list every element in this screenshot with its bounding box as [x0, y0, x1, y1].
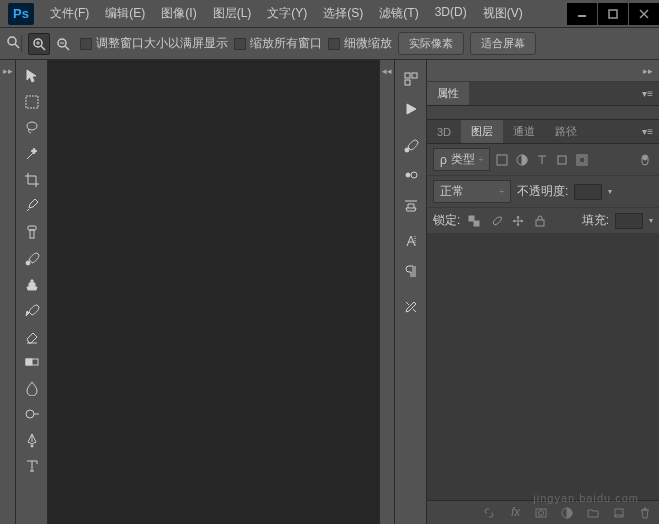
brush-presets-panel-icon[interactable]: [397, 161, 425, 189]
svg-rect-20: [26, 359, 32, 365]
gradient-tool[interactable]: [18, 350, 46, 374]
filter-type-icon[interactable]: [534, 152, 550, 168]
menu-layer[interactable]: 图层(L): [205, 1, 260, 26]
healing-brush-tool[interactable]: [18, 220, 46, 244]
menu-type[interactable]: 文字(Y): [259, 1, 315, 26]
magic-wand-tool[interactable]: [18, 142, 46, 166]
type-tool[interactable]: [18, 454, 46, 478]
brush-panel-icon[interactable]: [397, 131, 425, 159]
document-canvas[interactable]: [48, 60, 379, 524]
properties-panel-menu[interactable]: ▾≡: [642, 88, 653, 99]
tab-layers[interactable]: 图层: [461, 120, 503, 143]
move-tool[interactable]: [18, 64, 46, 88]
new-layer-icon[interactable]: [611, 505, 627, 521]
history-brush-tool[interactable]: [18, 298, 46, 322]
opacity-value-input[interactable]: [574, 184, 602, 200]
maximize-button[interactable]: [598, 3, 628, 25]
lock-transparency-icon[interactable]: [466, 213, 482, 229]
crop-tool[interactable]: [18, 168, 46, 192]
close-button[interactable]: [629, 3, 659, 25]
tab-properties[interactable]: 属性: [427, 82, 469, 105]
history-panel-icon[interactable]: [397, 65, 425, 93]
layer-list[interactable]: [427, 234, 659, 500]
filter-smart-icon[interactable]: [574, 152, 590, 168]
zoom-all-checkbox[interactable]: 缩放所有窗口: [234, 35, 322, 52]
filter-shape-icon[interactable]: [554, 152, 570, 168]
zoom-in-mode[interactable]: [28, 33, 50, 55]
fill-value-input[interactable]: [615, 213, 643, 229]
clone-source-panel-icon[interactable]: [397, 191, 425, 219]
tool-presets-panel-icon[interactable]: [397, 293, 425, 321]
actual-pixels-button[interactable]: 实际像素: [398, 32, 464, 55]
lock-all-icon[interactable]: [532, 213, 548, 229]
filter-adjustment-icon[interactable]: [514, 152, 530, 168]
layer-style-icon[interactable]: fx: [507, 505, 523, 521]
layer-group-icon[interactable]: [585, 505, 601, 521]
menu-view[interactable]: 视图(V): [475, 1, 531, 26]
svg-rect-1: [609, 10, 617, 18]
pen-tool[interactable]: [18, 428, 46, 452]
svg-point-30: [411, 172, 417, 178]
character-panel-icon[interactable]: [397, 227, 425, 255]
layers-tab-row: 3D 图层 通道 路径 ▾≡: [427, 120, 659, 144]
fill-slider-icon[interactable]: ▾: [649, 216, 653, 225]
layer-filter-kind-dropdown[interactable]: ρ 类型 ÷: [433, 148, 490, 171]
expand-iconcol-icon[interactable]: ◂◂: [380, 64, 394, 78]
adjustment-layer-icon[interactable]: [559, 505, 575, 521]
fill-label: 填充:: [582, 212, 609, 229]
watermark: jingyan.baidu.com: [533, 492, 639, 504]
clone-stamp-tool[interactable]: [18, 272, 46, 296]
delete-layer-icon[interactable]: [637, 505, 653, 521]
svg-point-21: [26, 410, 34, 418]
properties-panel-body: [427, 106, 659, 120]
filter-pixel-icon[interactable]: [494, 152, 510, 168]
menu-file[interactable]: 文件(F): [42, 1, 97, 26]
collapsed-panels-column: [395, 60, 427, 524]
svg-rect-16: [30, 230, 34, 238]
zoom-mode-group: [28, 33, 74, 55]
svg-point-24: [31, 445, 33, 447]
layers-panel-menu[interactable]: ▾≡: [642, 126, 653, 137]
dodge-tool[interactable]: [18, 402, 46, 426]
svg-rect-40: [469, 216, 474, 221]
panels-header: ▸▸: [427, 60, 659, 82]
minimize-button[interactable]: [567, 3, 597, 25]
layer-mask-icon[interactable]: [533, 505, 549, 521]
svg-text:fx: fx: [511, 507, 521, 519]
blur-tool[interactable]: [18, 376, 46, 400]
svg-rect-37: [579, 157, 585, 163]
paragraph-panel-icon[interactable]: [397, 257, 425, 285]
eraser-tool[interactable]: [18, 324, 46, 348]
svg-point-28: [405, 148, 409, 152]
marquee-tool[interactable]: [18, 90, 46, 114]
opacity-slider-icon[interactable]: ▾: [608, 187, 612, 196]
fit-window-checkbox[interactable]: 调整窗口大小以满屏显示: [80, 35, 228, 52]
fit-screen-button[interactable]: 适合屏幕: [470, 32, 536, 55]
lock-position-icon[interactable]: [510, 213, 526, 229]
filter-toggle-switch[interactable]: [637, 152, 653, 168]
svg-line-9: [41, 46, 45, 50]
tab-paths[interactable]: 路径: [545, 120, 587, 143]
svg-point-29: [406, 173, 410, 177]
menu-select[interactable]: 选择(S): [315, 1, 371, 26]
eyedropper-tool[interactable]: [18, 194, 46, 218]
lasso-tool[interactable]: [18, 116, 46, 140]
svg-point-4: [8, 37, 16, 45]
collapse-panels-icon[interactable]: ▸▸: [641, 64, 655, 78]
menu-3d[interactable]: 3D(D): [427, 1, 475, 26]
tab-3d[interactable]: 3D: [427, 122, 461, 142]
menu-image[interactable]: 图像(I): [153, 1, 204, 26]
link-layers-icon[interactable]: [481, 505, 497, 521]
lock-image-icon[interactable]: [488, 213, 504, 229]
zoom-out-mode[interactable]: [52, 33, 74, 55]
brush-tool[interactable]: [18, 246, 46, 270]
expand-toolbox-icon[interactable]: ▸▸: [1, 64, 15, 78]
menu-edit[interactable]: 编辑(E): [97, 1, 153, 26]
app-logo: Ps: [8, 3, 34, 25]
menu-filter[interactable]: 滤镜(T): [371, 1, 426, 26]
scrubby-zoom-checkbox[interactable]: 细微缩放: [328, 35, 392, 52]
actions-panel-icon[interactable]: [397, 95, 425, 123]
blend-mode-dropdown[interactable]: 正常 ÷: [433, 180, 511, 203]
tab-channels[interactable]: 通道: [503, 120, 545, 143]
tool-preset-picker[interactable]: [6, 35, 22, 52]
